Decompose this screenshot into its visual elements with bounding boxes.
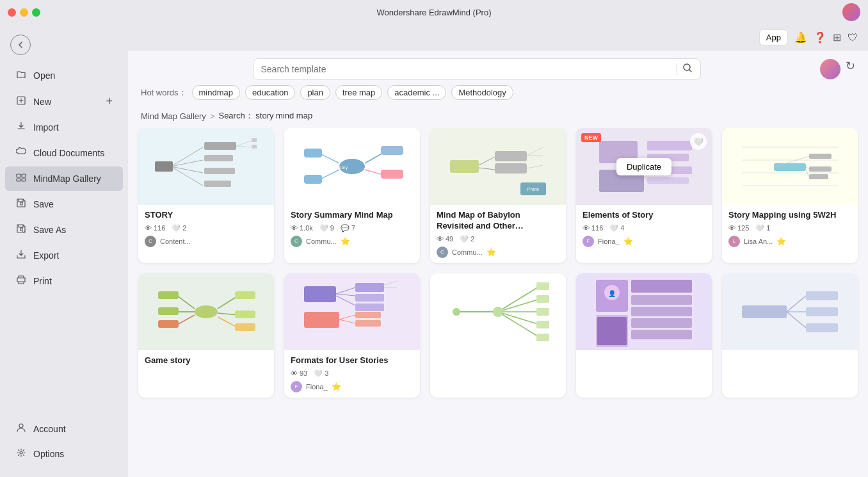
import-icon — [15, 121, 27, 134]
duplicate-button[interactable]: Duplicate — [616, 158, 671, 175]
gold-badge: ⭐ — [341, 237, 350, 246]
hot-tag-education[interactable]: education — [245, 85, 295, 100]
card-story-map2[interactable] — [430, 273, 566, 398]
svg-rect-112 — [742, 305, 787, 318]
svg-rect-98 — [536, 321, 549, 328]
sidebar-item-mindmap-gallery[interactable]: MindMap Gallery — [5, 166, 123, 191]
card-stats-babylon: 👁 49 🤍 2 — [437, 235, 559, 243]
svg-rect-68 — [235, 311, 255, 318]
card-game-story[interactable]: Game story — [138, 273, 274, 398]
sidebar-item-import[interactable]: Import — [5, 115, 123, 140]
traffic-lights — [8, 8, 40, 17]
sidebar-item-account[interactable]: Account — [5, 417, 123, 441]
svg-line-91 — [498, 312, 540, 325]
search-input[interactable] — [261, 64, 671, 74]
hot-tag-academic[interactable]: academic ... — [387, 85, 446, 100]
card-title-story: STORY — [145, 210, 268, 221]
author-avatar-story: C — [145, 236, 156, 247]
card-babylon[interactable]: Photo Mind Map of Babylon Revisited and … — [430, 128, 566, 263]
svg-rect-103 — [631, 280, 692, 293]
top-controls-bar: App 🔔 ❓ ⊞ 🛡 — [128, 24, 868, 51]
help-icon[interactable]: ❓ — [814, 31, 826, 44]
maximize-button[interactable] — [32, 8, 40, 17]
minimize-button[interactable] — [20, 8, 28, 17]
main-layout: Open New + Import Cloud Documents — [0, 24, 868, 477]
card-thumb-map2 — [430, 273, 566, 350]
hot-tag-mindmap[interactable]: mindmap — [192, 85, 240, 100]
card-elements[interactable]: NEW Duplicate 🤍 — [576, 128, 712, 263]
hot-tag-plan[interactable]: plan — [300, 85, 330, 100]
sidebar-item-export[interactable]: Export — [5, 243, 123, 268]
user-avatar[interactable] — [842, 3, 860, 21]
sidebar-item-save[interactable]: Save — [5, 192, 123, 216]
svg-rect-118 — [806, 323, 838, 332]
sidebar-item-options[interactable]: Options — [5, 442, 123, 466]
card-10[interactable] — [722, 273, 858, 398]
close-button[interactable] — [8, 8, 16, 17]
heart-button[interactable]: 🤍 — [690, 133, 707, 150]
back-button[interactable] — [10, 35, 31, 55]
hot-tag-methodology[interactable]: Methodology — [451, 85, 513, 100]
print-icon — [15, 275, 27, 287]
svg-line-38 — [527, 165, 543, 168]
settings-icon[interactable]: 🛡 — [848, 32, 858, 44]
account-icon — [15, 423, 27, 435]
notification-icon[interactable]: 🔔 — [794, 31, 807, 44]
sidebar-label-new: New — [33, 97, 51, 107]
svg-rect-97 — [536, 308, 549, 316]
svg-rect-16 — [204, 181, 231, 187]
card-thumb-game — [138, 273, 274, 350]
refresh-icon[interactable]: ↻ — [846, 59, 855, 79]
sidebar-item-new[interactable]: New + — [5, 89, 123, 114]
new-icon — [15, 95, 27, 108]
svg-line-92 — [498, 312, 540, 337]
card-info-10 — [722, 350, 858, 360]
svg-rect-69 — [235, 323, 255, 331]
svg-rect-117 — [806, 307, 838, 316]
svg-rect-4 — [22, 179, 26, 181]
svg-point-60 — [195, 305, 218, 318]
hot-tag-treemap[interactable]: tree map — [335, 85, 382, 100]
card-story-summary[interactable]: Story Story Summary Mind Map 👁 1.0k 🤍 9 … — [284, 128, 420, 263]
sidebar-item-cloud[interactable]: Cloud Documents — [5, 141, 123, 165]
search-button[interactable] — [682, 63, 693, 76]
card-author-mapping: L Lisa An... ⭐ — [728, 236, 851, 247]
svg-rect-26 — [381, 146, 403, 155]
header-avatar[interactable] — [820, 59, 840, 79]
svg-rect-85 — [355, 312, 381, 318]
card-formats[interactable]: Formats for User Stories 👁 93 🤍 3 F Fion… — [284, 273, 420, 398]
svg-rect-72 — [158, 320, 179, 328]
svg-rect-13 — [204, 142, 236, 150]
svg-rect-105 — [631, 307, 692, 316]
sidebar-item-save-as[interactable]: Save As — [5, 218, 123, 242]
svg-rect-78 — [355, 294, 384, 302]
svg-rect-79 — [355, 303, 384, 311]
svg-rect-107 — [631, 330, 692, 339]
svg-rect-19 — [252, 138, 257, 142]
app-button[interactable]: App — [759, 29, 788, 45]
sidebar-item-open[interactable]: Open — [5, 63, 123, 88]
svg-rect-28 — [304, 149, 322, 158]
card-stats-summary: 👁 1.0k 🤍 9 💬 7 — [291, 224, 414, 232]
grid-icon[interactable]: ⊞ — [833, 31, 841, 44]
breadcrumb-gallery-link[interactable]: Mind Map Gallery — [141, 111, 206, 121]
svg-rect-82 — [304, 312, 339, 328]
card-story[interactable]: STORY 👁 116 🤍 2 C Content... — [138, 128, 274, 263]
svg-rect-35 — [495, 163, 527, 174]
card-story-game2[interactable]: 👤 — [576, 273, 712, 398]
svg-point-5 — [19, 424, 23, 428]
card-thumb-formats — [284, 273, 420, 350]
card-thumb-mapping — [722, 128, 858, 205]
content-area: App 🔔 ❓ ⊞ 🛡 ↻ Hot words： mindmap — [128, 24, 868, 477]
svg-rect-1 — [17, 174, 20, 177]
svg-rect-86 — [355, 320, 381, 327]
sidebar-label-open: Open — [33, 70, 55, 81]
card-story-mapping[interactable]: Story Mapping using 5W2H 👁 125 🤍 1 L Lis… — [722, 128, 858, 263]
sidebar-label-export: Export — [33, 250, 59, 261]
card-info-game2 — [576, 350, 712, 360]
svg-rect-77 — [355, 283, 384, 292]
svg-point-94 — [453, 308, 460, 316]
sidebar-label-options: Options — [33, 449, 64, 459]
sidebar-item-print[interactable]: Print — [5, 269, 123, 293]
svg-line-32 — [479, 157, 495, 165]
